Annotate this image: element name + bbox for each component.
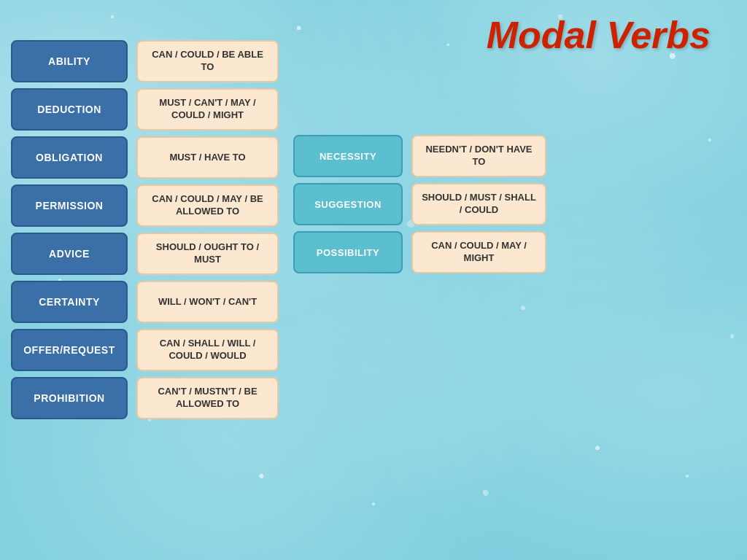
label-permission: PERMISSION (11, 184, 128, 227)
verbs-advice: SHOULD / OUGHT TO / MUST (136, 233, 279, 275)
label-advice: ADVICE (11, 233, 128, 275)
verbs-permission: CAN / COULD / MAY / BE ALLOWED TO (136, 184, 279, 227)
verbs-deduction: MUST / CAN'T / MAY / COULD / MIGHT (136, 88, 279, 131)
label-ability: ABILITY (11, 40, 128, 82)
label-obligation: OBLIGATION (11, 136, 128, 179)
verbs-obligation: MUST / HAVE TO (136, 136, 279, 179)
label-deduction: DEDUCTION (11, 88, 128, 131)
verbs-suggestion: SHOULD / MUST / SHALL / COULD (411, 183, 546, 225)
label-possibility: POSSIBILITY (293, 231, 403, 273)
verbs-prohibition: CAN'T / MUSTN'T / BE ALLOWED TO (136, 377, 279, 419)
verbs-offer: CAN / SHALL / WILL / COULD / WOULD (136, 329, 279, 371)
verbs-certainty: WILL / WON'T / CAN'T (136, 281, 279, 323)
necessity-row: NECESSITY NEEDN'T / DON'T HAVE TO (293, 135, 546, 177)
verbs-column: CAN / COULD / BE ABLE TO MUST / CAN'T / … (136, 40, 279, 419)
verbs-ability: CAN / COULD / BE ABLE TO (136, 40, 279, 82)
verbs-necessity: NEEDN'T / DON'T HAVE TO (411, 135, 546, 177)
label-suggestion: SUGGESTION (293, 183, 403, 225)
right-section: NECESSITY NEEDN'T / DON'T HAVE TO SUGGES… (293, 135, 546, 419)
label-necessity: NECESSITY (293, 135, 403, 177)
label-prohibition: PROHIBITION (11, 377, 128, 419)
verbs-possibility: CAN / COULD / MAY / MIGHT (411, 231, 546, 273)
possibility-row: POSSIBILITY CAN / COULD / MAY / MIGHT (293, 231, 546, 273)
labels-column: ABILITY DEDUCTION OBLIGATION PERMISSION … (11, 40, 128, 419)
label-certainty: CERTAINTY (11, 281, 128, 323)
suggestion-row: SUGGESTION SHOULD / MUST / SHALL / COULD (293, 183, 546, 225)
label-offer-request: OFFER/REQUEST (11, 329, 128, 371)
